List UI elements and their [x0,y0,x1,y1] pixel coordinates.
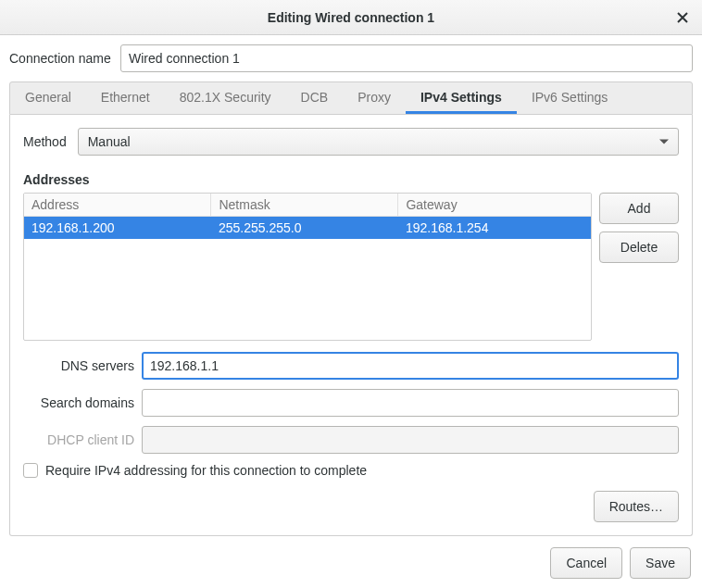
save-button[interactable]: Save [630,547,691,579]
dialog-actions: Cancel Save [0,536,702,588]
cell-gateway[interactable]: 192.168.1.254 [398,217,591,240]
connection-name-row: Connection name [9,44,693,72]
search-domains-input[interactable] [142,389,679,417]
require-ipv4-label: Require IPv4 addressing for this connect… [45,463,367,478]
method-label: Method [23,134,67,149]
dns-servers-label: DNS servers [23,358,134,373]
add-button[interactable]: Add [599,193,679,224]
tab-8021x-security[interactable]: 802.1X Security [165,82,286,114]
method-value: Manual [88,134,131,149]
search-domains-label: Search domains [23,395,134,410]
table-header-row: Address Netmask Gateway [24,194,591,217]
col-netmask[interactable]: Netmask [211,194,398,217]
method-row: Method Manual [23,128,679,156]
table-row[interactable]: 192.168.1.200 255.255.255.0 192.168.1.25… [24,217,591,240]
close-icon[interactable] [672,7,693,28]
delete-button[interactable]: Delete [599,231,679,263]
col-gateway[interactable]: Gateway [398,194,591,217]
require-ipv4-checkbox[interactable] [23,463,38,478]
method-combo[interactable]: Manual [78,128,679,156]
tab-general[interactable]: General [10,82,86,114]
connection-name-label: Connection name [9,51,120,66]
tab-ethernet[interactable]: Ethernet [86,82,165,114]
routes-row: Routes… [23,491,679,522]
addresses-area: Address Netmask Gateway 192.168.1.200 25… [23,193,679,341]
dhcp-client-id-label: DHCP client ID [23,432,134,447]
cell-address[interactable]: 192.168.1.200 [24,217,211,240]
tab-ipv4-settings[interactable]: IPv4 Settings [406,82,517,114]
dhcp-client-id-input [142,426,679,454]
connection-name-input[interactable] [120,44,693,72]
addresses-table[interactable]: Address Netmask Gateway 192.168.1.200 25… [23,193,592,341]
chevron-down-icon [659,140,669,144]
cancel-button[interactable]: Cancel [550,547,622,579]
cell-netmask[interactable]: 255.255.255.0 [211,217,398,240]
addresses-header: Addresses [23,172,679,187]
routes-button[interactable]: Routes… [594,491,679,522]
col-address[interactable]: Address [24,194,211,217]
tab-dcb[interactable]: DCB [286,82,344,114]
dns-servers-input[interactable] [142,352,679,380]
address-buttons: Add Delete [599,193,679,341]
tab-proxy[interactable]: Proxy [343,82,406,114]
ipv4-panel: Method Manual Addresses Address Netmask … [9,115,693,536]
tab-ipv6-settings[interactable]: IPv6 Settings [517,82,623,114]
tabs: General Ethernet 802.1X Security DCB Pro… [9,81,693,115]
require-ipv4-row[interactable]: Require IPv4 addressing for this connect… [23,463,679,478]
ipv4-fields: DNS servers Search domains DHCP client I… [23,352,679,454]
titlebar: Editing Wired connection 1 [0,0,702,35]
window-title: Editing Wired connection 1 [268,10,434,25]
